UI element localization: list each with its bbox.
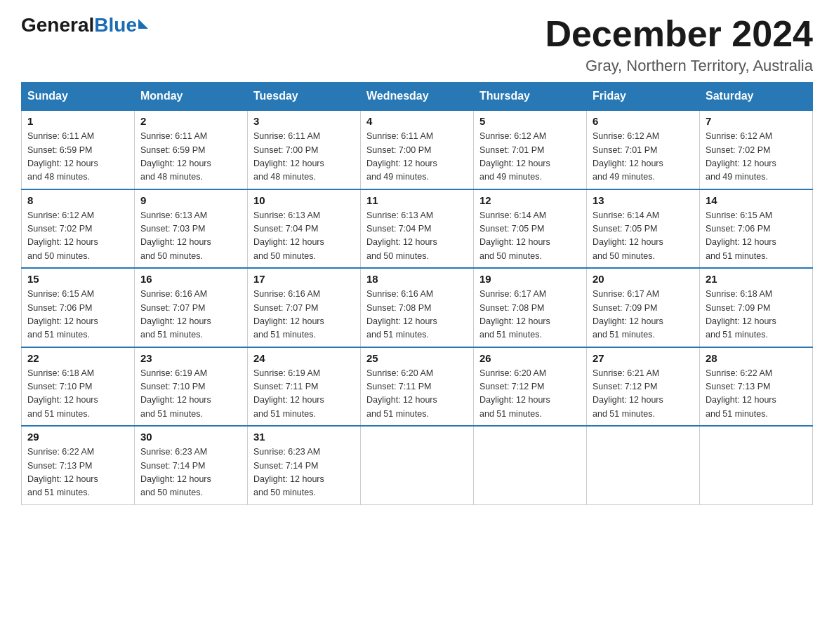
day-number: 30 — [140, 431, 241, 443]
day-info: Sunrise: 6:11 AMSunset: 7:00 PMDaylight:… — [253, 130, 355, 185]
day-info: Sunrise: 6:15 AMSunset: 7:06 PMDaylight:… — [706, 209, 807, 264]
calendar-header-row: Sunday Monday Tuesday Wednesday Thursday… — [22, 83, 813, 111]
title-area: December 2024 Gray, Northern Territory, … — [545, 14, 813, 75]
table-row: 26Sunrise: 6:20 AMSunset: 7:12 PMDayligh… — [474, 347, 587, 427]
day-info: Sunrise: 6:12 AMSunset: 7:02 PMDaylight:… — [706, 130, 807, 185]
table-row: 14Sunrise: 6:15 AMSunset: 7:06 PMDayligh… — [700, 189, 813, 269]
table-row: 29Sunrise: 6:22 AMSunset: 7:13 PMDayligh… — [22, 426, 135, 504]
day-number: 6 — [593, 115, 694, 127]
day-info: Sunrise: 6:13 AMSunset: 7:04 PMDaylight:… — [366, 209, 468, 264]
day-number: 25 — [366, 352, 468, 364]
table-row: 8Sunrise: 6:12 AMSunset: 7:02 PMDaylight… — [22, 189, 135, 269]
calendar-week-row: 22Sunrise: 6:18 AMSunset: 7:10 PMDayligh… — [22, 347, 813, 427]
table-row: 15Sunrise: 6:15 AMSunset: 7:06 PMDayligh… — [22, 268, 135, 347]
col-thursday: Thursday — [474, 83, 587, 111]
table-row: 30Sunrise: 6:23 AMSunset: 7:14 PMDayligh… — [135, 426, 248, 504]
day-number: 21 — [706, 273, 807, 285]
table-row: 12Sunrise: 6:14 AMSunset: 7:05 PMDayligh… — [474, 189, 587, 269]
day-number: 10 — [253, 194, 355, 206]
table-row: 20Sunrise: 6:17 AMSunset: 7:09 PMDayligh… — [587, 268, 700, 347]
day-info: Sunrise: 6:21 AMSunset: 7:12 PMDaylight:… — [593, 367, 694, 422]
col-wednesday: Wednesday — [361, 83, 474, 111]
day-info: Sunrise: 6:11 AMSunset: 7:00 PMDaylight:… — [366, 130, 468, 185]
month-title: December 2024 — [545, 14, 813, 54]
day-number: 27 — [593, 352, 694, 364]
col-saturday: Saturday — [700, 83, 813, 111]
day-info: Sunrise: 6:12 AMSunset: 7:01 PMDaylight:… — [479, 130, 581, 185]
table-row: 1Sunrise: 6:11 AMSunset: 6:59 PMDaylight… — [22, 110, 135, 189]
day-info: Sunrise: 6:19 AMSunset: 7:10 PMDaylight:… — [140, 367, 241, 422]
calendar-table: Sunday Monday Tuesday Wednesday Thursday… — [21, 82, 813, 505]
day-number: 26 — [479, 352, 581, 364]
day-number: 28 — [706, 352, 807, 364]
table-row: 18Sunrise: 6:16 AMSunset: 7:08 PMDayligh… — [361, 268, 474, 347]
day-info: Sunrise: 6:15 AMSunset: 7:06 PMDaylight:… — [27, 288, 128, 342]
day-number: 2 — [140, 115, 241, 127]
day-number: 31 — [253, 431, 355, 443]
day-number: 29 — [27, 431, 128, 443]
calendar-week-row: 29Sunrise: 6:22 AMSunset: 7:13 PMDayligh… — [22, 426, 813, 504]
logo-blue-text: Blue — [94, 14, 137, 36]
table-row: 3Sunrise: 6:11 AMSunset: 7:00 PMDaylight… — [248, 110, 361, 189]
day-number: 22 — [27, 352, 128, 364]
day-info: Sunrise: 6:22 AMSunset: 7:13 PMDaylight:… — [706, 367, 807, 422]
day-number: 9 — [140, 194, 241, 206]
day-info: Sunrise: 6:20 AMSunset: 7:11 PMDaylight:… — [366, 367, 468, 422]
day-number: 5 — [479, 115, 581, 127]
day-info: Sunrise: 6:19 AMSunset: 7:11 PMDaylight:… — [253, 367, 355, 422]
table-row: 25Sunrise: 6:20 AMSunset: 7:11 PMDayligh… — [361, 347, 474, 427]
table-row: 10Sunrise: 6:13 AMSunset: 7:04 PMDayligh… — [248, 189, 361, 269]
logo-blue-container: Blue — [94, 14, 148, 36]
logo: General Blue — [21, 14, 148, 36]
day-number: 20 — [593, 273, 694, 285]
col-friday: Friday — [587, 83, 700, 111]
day-info: Sunrise: 6:17 AMSunset: 7:08 PMDaylight:… — [479, 288, 581, 342]
day-info: Sunrise: 6:18 AMSunset: 7:10 PMDaylight:… — [27, 367, 128, 422]
day-info: Sunrise: 6:20 AMSunset: 7:12 PMDaylight:… — [479, 367, 581, 422]
day-number: 12 — [479, 194, 581, 206]
day-number: 4 — [366, 115, 468, 127]
table-row: 16Sunrise: 6:16 AMSunset: 7:07 PMDayligh… — [135, 268, 248, 347]
day-info: Sunrise: 6:17 AMSunset: 7:09 PMDaylight:… — [593, 288, 694, 342]
table-row: 22Sunrise: 6:18 AMSunset: 7:10 PMDayligh… — [22, 347, 135, 427]
day-info: Sunrise: 6:18 AMSunset: 7:09 PMDaylight:… — [706, 288, 807, 342]
table-row: 11Sunrise: 6:13 AMSunset: 7:04 PMDayligh… — [361, 189, 474, 269]
logo-triangle-icon — [138, 19, 148, 29]
table-row — [587, 426, 700, 504]
day-number: 19 — [479, 273, 581, 285]
col-monday: Monday — [135, 83, 248, 111]
logo-general-text: General — [21, 14, 94, 36]
calendar-week-row: 15Sunrise: 6:15 AMSunset: 7:06 PMDayligh… — [22, 268, 813, 347]
day-number: 14 — [706, 194, 807, 206]
day-info: Sunrise: 6:14 AMSunset: 7:05 PMDaylight:… — [479, 209, 581, 264]
location-text: Gray, Northern Territory, Australia — [545, 57, 813, 75]
day-info: Sunrise: 6:16 AMSunset: 7:07 PMDaylight:… — [253, 288, 355, 342]
table-row: 17Sunrise: 6:16 AMSunset: 7:07 PMDayligh… — [248, 268, 361, 347]
day-number: 7 — [706, 115, 807, 127]
table-row: 7Sunrise: 6:12 AMSunset: 7:02 PMDaylight… — [700, 110, 813, 189]
table-row: 24Sunrise: 6:19 AMSunset: 7:11 PMDayligh… — [248, 347, 361, 427]
col-sunday: Sunday — [22, 83, 135, 111]
logo-area: General Blue — [21, 14, 148, 36]
table-row: 13Sunrise: 6:14 AMSunset: 7:05 PMDayligh… — [587, 189, 700, 269]
day-number: 13 — [593, 194, 694, 206]
table-row: 19Sunrise: 6:17 AMSunset: 7:08 PMDayligh… — [474, 268, 587, 347]
day-info: Sunrise: 6:12 AMSunset: 7:01 PMDaylight:… — [593, 130, 694, 185]
day-info: Sunrise: 6:13 AMSunset: 7:03 PMDaylight:… — [140, 209, 241, 264]
day-info: Sunrise: 6:22 AMSunset: 7:13 PMDaylight:… — [27, 445, 128, 500]
day-number: 11 — [366, 194, 468, 206]
calendar-week-row: 8Sunrise: 6:12 AMSunset: 7:02 PMDaylight… — [22, 189, 813, 269]
day-number: 23 — [140, 352, 241, 364]
day-number: 15 — [27, 273, 128, 285]
day-number: 3 — [253, 115, 355, 127]
day-info: Sunrise: 6:14 AMSunset: 7:05 PMDaylight:… — [593, 209, 694, 264]
table-row: 2Sunrise: 6:11 AMSunset: 6:59 PMDaylight… — [135, 110, 248, 189]
day-number: 17 — [253, 273, 355, 285]
day-info: Sunrise: 6:23 AMSunset: 7:14 PMDaylight:… — [140, 445, 241, 500]
day-info: Sunrise: 6:23 AMSunset: 7:14 PMDaylight:… — [253, 445, 355, 500]
day-info: Sunrise: 6:16 AMSunset: 7:08 PMDaylight:… — [366, 288, 468, 342]
day-number: 18 — [366, 273, 468, 285]
table-row: 5Sunrise: 6:12 AMSunset: 7:01 PMDaylight… — [474, 110, 587, 189]
table-row: 6Sunrise: 6:12 AMSunset: 7:01 PMDaylight… — [587, 110, 700, 189]
day-number: 8 — [27, 194, 128, 206]
